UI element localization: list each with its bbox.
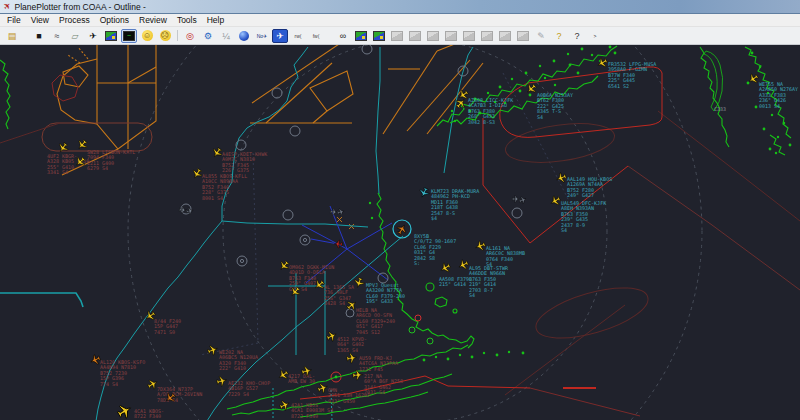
menu-bar: FileViewProcessOptionsReviewToolsHelp: [0, 14, 800, 27]
binoculars-button[interactable]: ∞: [335, 29, 351, 43]
tools-settings-button[interactable]: ⚙: [200, 29, 216, 43]
toolbar: ▤■≈▱✈~☺☹◎⚙¼No✈✈rw(fw(∞✎??>: [0, 27, 800, 45]
toolbar-gap-1: [22, 29, 29, 43]
context-help-button[interactable]: ?: [569, 29, 585, 43]
chart-view-button[interactable]: [103, 29, 119, 43]
aircraft-view-button[interactable]: ✈: [85, 29, 101, 43]
flight-route-button[interactable]: ✈: [272, 29, 288, 43]
menu-item-review[interactable]: Review: [134, 15, 172, 25]
menu-item-view[interactable]: View: [26, 15, 54, 25]
map-text-layer: C333: [714, 106, 726, 112]
globe-button[interactable]: [236, 29, 252, 43]
menu-item-file[interactable]: File: [2, 15, 26, 25]
happy-status-button[interactable]: ☺: [139, 29, 155, 43]
chart-a-button[interactable]: [353, 29, 369, 43]
chart-8-button-disabled[interactable]: [515, 29, 531, 43]
waypoint-label: C333: [714, 106, 726, 112]
aircraft-data-block: 4CA1 KBOS-8722 F340: [134, 408, 164, 419]
chart-6-button-disabled[interactable]: [479, 29, 495, 43]
signal-level-button[interactable]: ¼: [218, 29, 234, 43]
neutral-status-button[interactable]: ☹: [157, 29, 173, 43]
aircraft-data-block: 4217 DAL-AMB EW 30: [288, 373, 315, 384]
aircraft-data-block: AA508 F379215° G414: [439, 276, 469, 287]
chart-2-button-disabled[interactable]: [407, 29, 423, 43]
marker-button[interactable]: ▱: [67, 29, 83, 43]
signal-trace-button[interactable]: ≈: [49, 29, 65, 43]
window-title: PlanePlotter from COAA - Outline -: [15, 2, 146, 12]
forward-button[interactable]: fw(: [308, 29, 324, 43]
chart-1-button-disabled[interactable]: [389, 29, 405, 43]
app-icon: ✈: [2, 1, 14, 13]
chart-5-button-disabled[interactable]: [461, 29, 477, 43]
menu-item-options[interactable]: Options: [95, 15, 134, 25]
title-bar[interactable]: ✈ PlanePlotter from COAA - Outline -: [0, 0, 800, 14]
outline-view-button[interactable]: ~: [121, 29, 137, 43]
open-file-button[interactable]: ▤: [4, 29, 20, 43]
rewind-button[interactable]: rw(: [290, 29, 306, 43]
locate-target-button[interactable]: ◎: [182, 29, 198, 43]
toolbar-separator-1: [175, 29, 180, 43]
draw-line-button[interactable]: ✎: [533, 29, 549, 43]
chart-7-button-disabled[interactable]: [497, 29, 513, 43]
menu-item-help[interactable]: Help: [202, 15, 229, 25]
chart-3-button-disabled[interactable]: [425, 29, 441, 43]
stop-button[interactable]: ■: [31, 29, 47, 43]
chart-4-button-disabled[interactable]: [443, 29, 459, 43]
menu-item-tools[interactable]: Tools: [172, 15, 202, 25]
toolbar-gap-2: [326, 29, 333, 43]
planeplotter-window: ✈ PlanePlotter from COAA - Outline - Fil…: [0, 0, 800, 420]
chart-b-button[interactable]: [371, 29, 387, 43]
menu-item-process[interactable]: Process: [54, 15, 95, 25]
map-canvas[interactable]: 4UF2 KBGR-A328 KB05 F330255° G4103341 S4…: [0, 45, 800, 420]
more-buttons-chevron[interactable]: >: [587, 29, 603, 43]
mode-s-button[interactable]: No✈: [254, 29, 270, 43]
help-button[interactable]: ?: [551, 29, 567, 43]
